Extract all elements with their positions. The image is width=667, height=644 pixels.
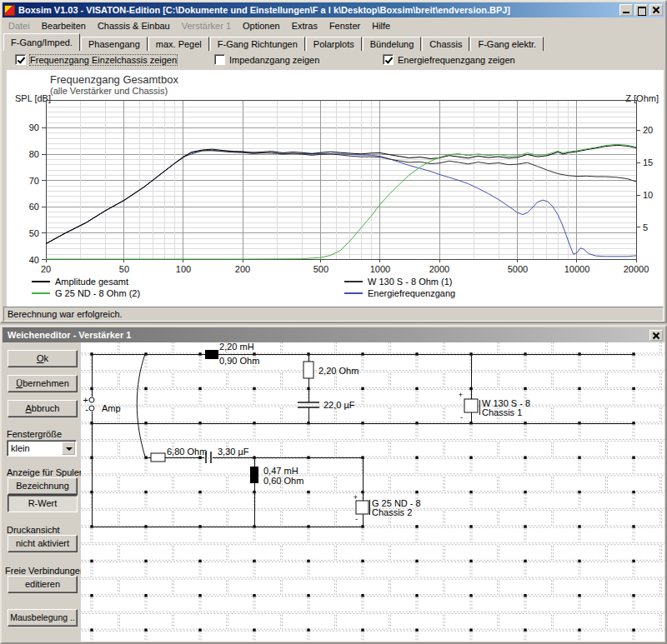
curve-2: [46, 150, 636, 243]
checkbox-energiefrequenzgang-label: Energiefrequenzgang zeigen: [398, 55, 515, 65]
tweeter-minus-sign: -: [355, 515, 358, 523]
window-title: Boxsim V1.03 - VISATON-Edition [C:\Dokum…: [18, 5, 618, 15]
svg-text:90: 90: [29, 122, 39, 132]
checkbox-impedanzgang[interactable]: [214, 54, 225, 65]
legend-line-amplitude-gesamt: [32, 281, 50, 282]
ok-button[interactable]: Ok: [8, 350, 78, 367]
menu-datei[interactable]: Datei: [3, 20, 36, 32]
status-message: Berechnung war erfolgreich.: [8, 309, 123, 319]
hp-resistor-value: 6,80 Ohm: [167, 447, 207, 457]
chevron-down-icon[interactable]: [62, 442, 75, 455]
svg-text:80: 80: [29, 149, 39, 159]
minimize-button[interactable]: [619, 4, 633, 16]
checkbox-row: Frequenzgang Einzelchassis zeigen Impeda…: [3, 52, 664, 70]
close-button[interactable]: [649, 4, 663, 16]
tab-chassis[interactable]: Chassis: [422, 37, 469, 51]
window-size-value: klein: [11, 443, 30, 453]
boxsim-app-icon: [4, 5, 15, 16]
chart-gridlines: [42, 100, 640, 262]
svg-text:20000: 20000: [624, 264, 649, 274]
amp-plus-terminal[interactable]: [89, 397, 94, 402]
tab-fgang-elektr[interactable]: F-Gang elektr.: [470, 37, 544, 51]
crossover-schematic[interactable]: + - Amp 2,20 mH 0,90 Ohm 2,20 Ohm 22,0 µ…: [81, 342, 664, 642]
svg-text:500: 500: [313, 264, 328, 274]
svg-text:10: 10: [643, 190, 653, 200]
editor-titlebar[interactable]: Weicheneditor - Verstärker 1: [3, 327, 664, 342]
rc-capacitor-value: 22,0 µF: [323, 400, 355, 410]
checkbox-energiefrequenzgang[interactable]: [383, 54, 394, 65]
apply-button[interactable]: Übernehmen: [8, 375, 78, 392]
legend-label-amplitude-gesamt: Amplitude gesamt: [55, 277, 128, 287]
maximize-button[interactable]: [634, 4, 648, 16]
hp-resistor-symbol[interactable]: [151, 453, 165, 462]
brick-pattern: [81, 342, 664, 642]
checkbox-einzelchassis-label: Frequenzgang Einzelchassis zeigen: [30, 55, 177, 65]
rc-resistor-symbol[interactable]: [303, 362, 313, 378]
checkbox-group-energiefrequenzgang: Energiefrequenzgang zeigen: [383, 54, 515, 65]
weicheneditor-window: Weicheneditor - Verstärker 1 Ok Übernehm…: [0, 325, 667, 644]
cancel-button[interactable]: Abbruch: [8, 400, 78, 417]
free-connections-button[interactable]: editieren: [8, 576, 78, 593]
amp-minus-sign: -: [85, 404, 88, 414]
statusbar: Berechnung war erfolgreich.: [3, 307, 664, 322]
svg-text:20: 20: [643, 125, 653, 135]
series-coil-symbol[interactable]: [205, 350, 218, 359]
tab-buendelung[interactable]: Bündelung: [363, 37, 422, 51]
menu-optionen[interactable]: Optionen: [237, 20, 286, 32]
shunt-coil-resistance: 0,60 Ohm: [263, 476, 303, 486]
menu-hilfe[interactable]: Hilfe: [366, 20, 396, 32]
menubar: Datei Bearbeiten Chassis & Einbau Verstä…: [3, 18, 664, 32]
tab-phasengang[interactable]: Phasengang: [81, 37, 148, 51]
tab-max-pegel[interactable]: max. Pegel: [148, 37, 209, 51]
svg-text:5: 5: [643, 222, 648, 232]
boxsim-main-window: Boxsim V1.03 - VISATON-Edition [C:\Dokum…: [0, 0, 667, 323]
main-titlebar[interactable]: Boxsim V1.03 - VISATON-Edition [C:\Dokum…: [3, 2, 664, 17]
svg-text:50: 50: [119, 264, 129, 274]
schematic-canvas[interactable]: + - Amp 2,20 mH 0,90 Ohm 2,20 Ohm 22,0 µ…: [81, 342, 664, 642]
svg-text:40: 40: [29, 255, 39, 265]
menu-bearbeiten[interactable]: Bearbeiten: [36, 20, 92, 32]
menu-fenster[interactable]: Fenster: [323, 20, 366, 32]
svg-text:70: 70: [29, 176, 39, 186]
tweeter-symbol[interactable]: [356, 501, 369, 514]
checkbox-impedanzgang-label: Impedanzgang zeigen: [229, 55, 319, 65]
legend-line-energiefrequenzgang: [344, 292, 363, 294]
legend-line-g25nd: [32, 292, 50, 294]
svg-text:15: 15: [643, 157, 653, 167]
series-coil-value: 2,20 mH: [219, 342, 254, 352]
chart-axis-labels: 9080706050402015105205010020050010002000…: [29, 122, 654, 274]
menu-verstaerker[interactable]: Verstärker 1: [176, 20, 237, 32]
woofer-minus-sign: -: [460, 413, 463, 422]
chart-title: Frequenzgang Gesamtbox: [50, 73, 178, 86]
editor-close-button[interactable]: [649, 330, 663, 341]
checkbox-einzelchassis[interactable]: [15, 54, 26, 65]
series-coil-resistance: 0,90 Ohm: [219, 356, 259, 366]
coil-display-label: Anzeige für Spulen: [7, 467, 84, 477]
mouse-mapping-button[interactable]: Mausbelegung ..: [8, 609, 78, 627]
menu-chassis-einbau[interactable]: Chassis & Einbau: [92, 20, 176, 32]
svg-text:20: 20: [41, 264, 51, 274]
curve-3: [46, 151, 636, 257]
amp-minus-terminal[interactable]: [89, 406, 94, 411]
chart-subtitle: (alle Verstärker und Chassis): [50, 86, 168, 96]
checkbox-group-einzelchassis: Frequenzgang Einzelchassis zeigen: [15, 54, 177, 65]
legend-label-w130s: W 130 S - 8 Ohm (1): [368, 277, 452, 287]
woofer-symbol[interactable]: [464, 399, 478, 412]
curve-0: [46, 145, 636, 243]
tab-polarplots[interactable]: Polarplots: [306, 37, 362, 51]
rc-resistor-value: 2,20 Ohm: [318, 366, 359, 376]
woofer-plus-sign: +: [459, 391, 463, 399]
shunt-coil-symbol[interactable]: [250, 467, 258, 483]
tweeter-plus-sign: +: [354, 493, 358, 502]
menu-extras[interactable]: Extras: [286, 20, 323, 32]
tab-fgang-richtungen[interactable]: F-Gang Richtungen: [210, 37, 305, 51]
svg-text:2000: 2000: [429, 264, 449, 274]
svg-text:10000: 10000: [564, 264, 590, 274]
designation-button[interactable]: Bezeichnung: [8, 477, 78, 495]
woofer-chassis: Chassis 1: [482, 407, 522, 417]
r-value-button[interactable]: R-Wert: [8, 495, 78, 512]
tab-fgang-imped[interactable]: F-Gang/Imped.: [3, 33, 80, 51]
print-view-button[interactable]: nicht aktiviert: [8, 535, 78, 552]
amp-label: Amp: [102, 403, 121, 413]
window-size-select[interactable]: klein: [7, 440, 77, 457]
